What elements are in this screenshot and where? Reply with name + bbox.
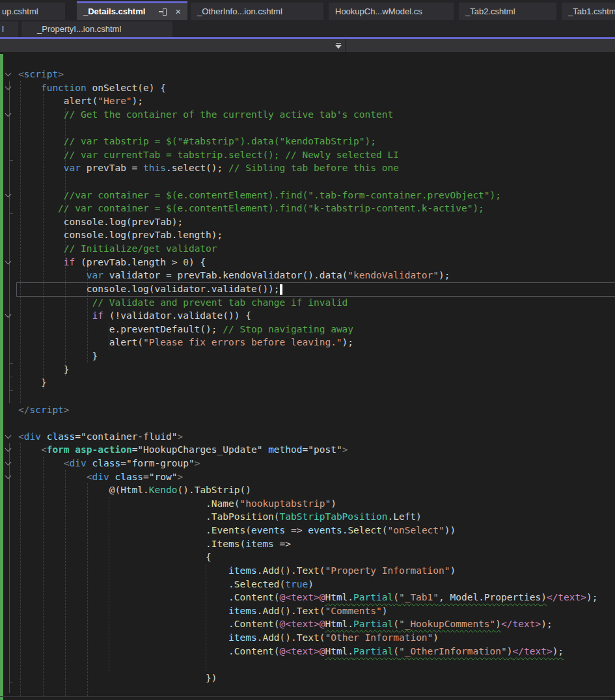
code-line[interactable]: <div class="form-group"> (18, 457, 200, 470)
code-line[interactable]: // var tabstrip = $("#tabstrip").data("k… (18, 135, 376, 148)
code-line[interactable]: var validator = prevTab.kendoValidator()… (18, 269, 450, 282)
triangle-down-icon[interactable] (335, 45, 342, 49)
code-line[interactable]: <form asp-action="HookupCharges_Update" … (18, 443, 348, 457)
code-line[interactable]: </script> (18, 403, 70, 417)
code-line[interactable]: <div class="container-fluid"> (18, 430, 183, 444)
code-line[interactable]: } (18, 376, 47, 390)
code-line[interactable]: .Name("hookuptabstrip") (18, 497, 336, 511)
code-line[interactable]: // Validate and prevent tab change if in… (18, 296, 348, 310)
code-line[interactable]: @(Html.Kendo().TabStrip() (18, 483, 251, 497)
tab-otherinfo-cshtml[interactable]: _OtherInfo...ion.cshtml (191, 3, 323, 20)
code-line[interactable]: .Selected(true) (18, 578, 314, 591)
code-line[interactable]: .Content(@<text>@Html.Partial("_HookupCo… (18, 617, 553, 631)
document-tab-bar: up.cshtml_Details.cshtml×_OtherInfo...io… (0, 0, 615, 37)
code-line[interactable]: .Content(@<text>@Html.Partial("_OtherInf… (18, 645, 564, 658)
editor-bottom-divider (0, 696, 615, 697)
editor-header-band (0, 39, 615, 52)
tab-clipped-tab[interactable]: l (0, 21, 18, 37)
code-line[interactable]: // Get the container of the currently ac… (18, 108, 393, 122)
code-line[interactable]: .Items(items => (18, 537, 291, 551)
tab-propertyi-cshtml[interactable]: _PropertyI...ion.cshtml (21, 21, 172, 37)
outlining-margin (9, 81, 10, 403)
code-line[interactable]: console.log(validator.validate()); (18, 282, 280, 296)
code-line[interactable]: e.preventDefault(); // Stop navigating a… (18, 323, 353, 336)
code-line[interactable]: } (18, 363, 70, 377)
outlining-margin (9, 390, 13, 391)
close-icon[interactable]: × (175, 3, 181, 20)
outlining-margin (9, 363, 13, 364)
code-line[interactable]: <div class="row"> (18, 470, 183, 484)
code-line[interactable]: <script> (18, 68, 64, 81)
code-line[interactable]: console.log(prevTab); (18, 215, 183, 229)
code-line[interactable]: alert("Here"); (18, 94, 143, 108)
code-line[interactable]: // var container = $(e.contentElement).f… (18, 202, 484, 215)
code-line[interactable]: if (prevTab.length > 0) { (18, 256, 206, 269)
code-line[interactable]: items.Add().Text("Property Information") (18, 564, 456, 578)
tab-label: l (2, 24, 4, 34)
tab-tab1-cshtml[interactable]: _Tab1.cshtml (562, 3, 615, 20)
vs-editor-window: up.cshtml_Details.cshtml×_OtherInfo...io… (0, 0, 615, 700)
tab-label: HookupCh...wModel.cs (335, 7, 422, 16)
code-line[interactable]: var prevTab = this.select(); // Sibling … (18, 161, 399, 175)
code-line[interactable]: console.log(prevTab.length); (18, 228, 223, 242)
code-line[interactable]: function onSelect(e) { (18, 81, 166, 95)
code-line[interactable]: // Initialize/get validator (18, 242, 217, 256)
outlining-margin (9, 377, 13, 377)
code-line[interactable]: alert("Please fix errors before leaving.… (18, 336, 353, 349)
tab-hookupch-wmodel[interactable]: HookupCh...wModel.cs (329, 3, 454, 20)
tab-label: _PropertyI...ion.cshtml (37, 24, 121, 34)
tab-label: _Tab1.cshtml (568, 7, 615, 16)
tab-tab2-cshtml[interactable]: _Tab2.cshtml (459, 3, 556, 20)
band-separator (345, 39, 346, 52)
code-line[interactable]: .TabPosition(TabStripTabPosition.Left) (18, 510, 422, 524)
code-line[interactable]: // var currentTab = tabstrip.select(); /… (18, 148, 399, 162)
split-dropdown-icon[interactable] (336, 43, 341, 44)
outlining-margin (9, 160, 13, 161)
code-line[interactable]: if (!validator.validate()) { (18, 309, 251, 323)
code-line[interactable]: .Events(events => events.Select("onSelec… (18, 524, 456, 537)
code-line[interactable]: { (18, 550, 212, 564)
change-tracking-margin (0, 54, 3, 700)
code-line[interactable]: .Content(@<text>@Html.Partial("_Tab1", M… (18, 591, 597, 604)
code-line[interactable]: //var container = $(e.contentElement).fi… (18, 189, 501, 202)
code-line[interactable]: } (18, 349, 98, 363)
tab-label: up.cshtml (2, 7, 38, 16)
tab-label: _Tab2.cshtml (465, 7, 515, 16)
outlining-margin (9, 213, 13, 214)
text-cursor (280, 284, 282, 295)
outlining-margin (9, 682, 13, 682)
code-line[interactable]: items.Add().Text("Other Information") (18, 631, 439, 645)
tab-label: _Details.cshtml (83, 7, 145, 16)
tab-up-cshtml[interactable]: up.cshtml (0, 3, 65, 20)
tab-details-cshtml[interactable]: _Details.cshtml× (77, 1, 187, 20)
code-line[interactable]: }) (18, 671, 217, 685)
code-line[interactable]: items.Add().Text("Comments") (18, 604, 388, 618)
outlining-margin (9, 443, 10, 693)
tab-label: _OtherInfo...ion.cshtml (197, 7, 282, 16)
pin-icon[interactable] (159, 8, 167, 16)
